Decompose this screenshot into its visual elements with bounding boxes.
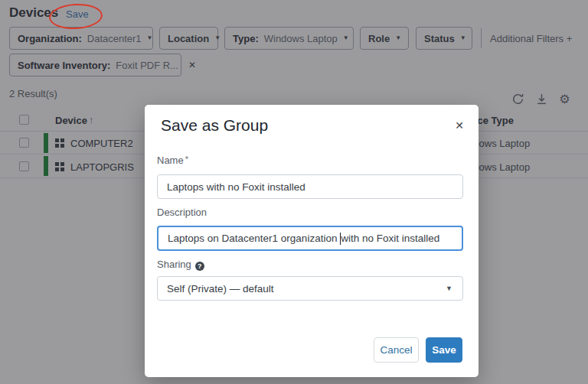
modal-title: Save as Group bbox=[161, 116, 268, 135]
sharing-label-text: Sharing bbox=[157, 259, 191, 270]
description-field-label: Description bbox=[157, 207, 207, 218]
name-label-text: Name bbox=[157, 155, 184, 166]
sharing-field-label: Sharing? bbox=[157, 259, 204, 271]
save-button[interactable]: Save bbox=[426, 337, 462, 363]
close-icon[interactable]: ✕ bbox=[455, 119, 464, 132]
name-input-value: Laptops with no Foxit installed bbox=[167, 181, 305, 193]
sharing-selected-value: Self (Private) — default bbox=[167, 283, 274, 295]
cancel-button[interactable]: Cancel bbox=[374, 337, 419, 363]
chevron-down-icon: ▼ bbox=[446, 285, 452, 292]
description-text-before-cursor: Laptops on Datacenter1 organization bbox=[168, 233, 340, 244]
description-text-after-cursor: with no Foxit installed bbox=[341, 233, 439, 244]
required-asterisk: * bbox=[185, 155, 188, 164]
sharing-select[interactable]: Self (Private) — default ▼ bbox=[157, 276, 463, 301]
name-input[interactable]: Laptops with no Foxit installed bbox=[157, 174, 463, 199]
save-as-group-modal: Save as Group ✕ Name* Laptops with no Fo… bbox=[145, 105, 479, 377]
description-input[interactable]: Laptops on Datacenter1 organization with… bbox=[157, 226, 463, 251]
info-icon[interactable]: ? bbox=[195, 262, 204, 271]
name-field-label: Name* bbox=[157, 155, 188, 166]
